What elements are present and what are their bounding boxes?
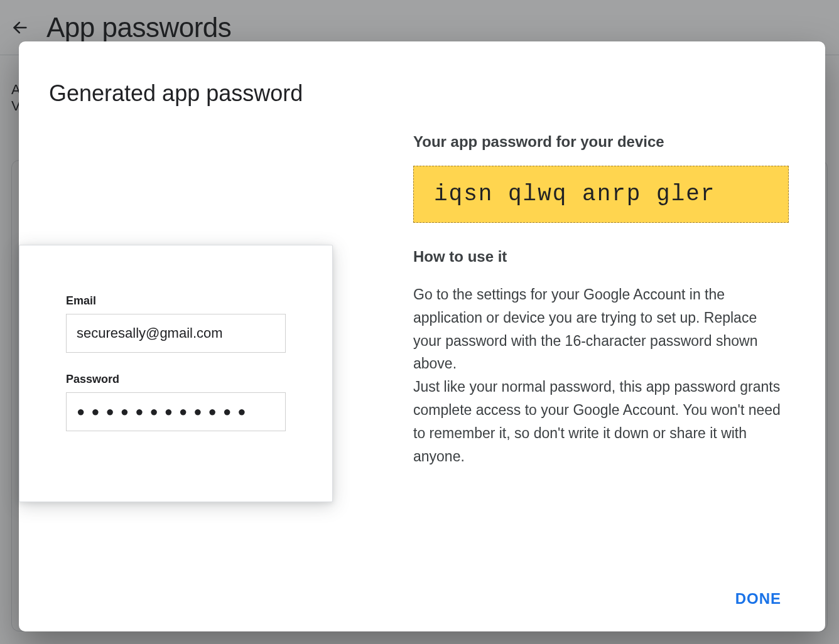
dialog-actions: DONE: [49, 579, 795, 613]
instructions-column: Your app password for your device iqsn q…: [413, 132, 795, 579]
email-label: Email: [66, 294, 286, 308]
how-to-use-body: Go to the settings for your Google Accou…: [413, 283, 789, 468]
login-illustration-column: Email Password ●●●●●●●●●●●●: [49, 132, 376, 579]
email-field[interactable]: [66, 314, 286, 353]
how-to-use-heading: How to use it: [413, 248, 789, 266]
generated-password-value[interactable]: iqsn qlwq anrp gler: [413, 166, 789, 223]
password-field[interactable]: ●●●●●●●●●●●●: [66, 392, 286, 431]
login-preview-card: Email Password ●●●●●●●●●●●●: [19, 245, 333, 502]
done-button[interactable]: DONE: [728, 585, 789, 613]
dialog-title: Generated app password: [49, 80, 795, 107]
dialog-content: Email Password ●●●●●●●●●●●● Your app pas…: [49, 132, 795, 579]
password-label: Password: [66, 373, 286, 386]
generated-app-password-dialog: Generated app password Email Password ●●…: [19, 41, 825, 631]
device-password-heading: Your app password for your device: [413, 133, 789, 151]
